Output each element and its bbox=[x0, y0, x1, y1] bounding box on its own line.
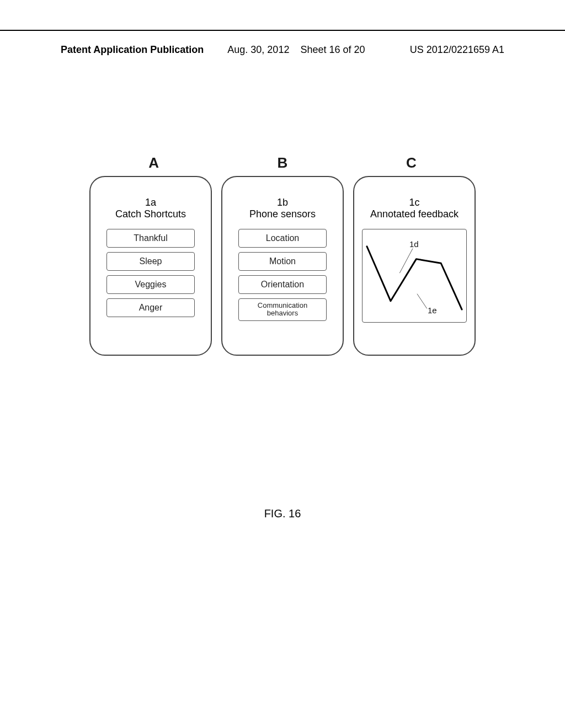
annotation-1e: 1e bbox=[428, 306, 437, 315]
header-right: US 2012/0221659 A1 bbox=[410, 44, 504, 56]
panel-b: 1b Phone sensors Location Motion Orienta… bbox=[221, 176, 344, 356]
shortcut-sleep: Sleep bbox=[106, 252, 195, 271]
sensor-motion: Motion bbox=[238, 252, 327, 271]
page-header: Patent Application Publication Aug. 30, … bbox=[0, 44, 565, 56]
header-date: Aug. 30, 2012 bbox=[227, 44, 289, 55]
top-label-a: A bbox=[89, 154, 218, 172]
top-label-c: C bbox=[347, 154, 476, 172]
header-rule bbox=[0, 30, 565, 31]
panel-b-code: 1b bbox=[277, 197, 288, 208]
annotation-1d: 1d bbox=[409, 239, 419, 249]
sensor-orientation: Orientation bbox=[238, 275, 327, 294]
panel-b-title: Phone sensors bbox=[249, 208, 316, 220]
header-sheet: Sheet 16 of 20 bbox=[300, 44, 365, 55]
shortcut-thankful: Thankful bbox=[106, 229, 195, 248]
panel-c: 1c Annotated feedback 1d 1e bbox=[353, 176, 476, 356]
panel-top-labels: A B C bbox=[89, 154, 476, 172]
panel-c-code: 1c bbox=[409, 197, 419, 208]
panel-a-code: 1a bbox=[145, 197, 156, 208]
panel-a: 1a Catch Shortcuts Thankful Sleep Veggie… bbox=[89, 176, 212, 356]
panel-a-title: Catch Shortcuts bbox=[115, 208, 186, 220]
header-middle: Aug. 30, 2012 Sheet 16 of 20 bbox=[227, 44, 365, 56]
sensor-communication: Communication behaviors bbox=[238, 298, 327, 321]
figure-16: A B C 1a Catch Shortcuts Thankful Sleep … bbox=[89, 154, 476, 356]
shortcut-anger: Anger bbox=[106, 298, 195, 317]
feedback-chart: 1d 1e bbox=[362, 229, 467, 323]
svg-line-1 bbox=[417, 294, 427, 309]
top-label-b: B bbox=[218, 154, 347, 172]
header-left: Patent Application Publication bbox=[61, 44, 204, 55]
shortcut-veggies: Veggies bbox=[106, 275, 195, 294]
panel-c-title: Annotated feedback bbox=[370, 208, 459, 220]
sensor-location: Location bbox=[238, 229, 327, 248]
figure-caption: FIG. 16 bbox=[0, 507, 565, 520]
